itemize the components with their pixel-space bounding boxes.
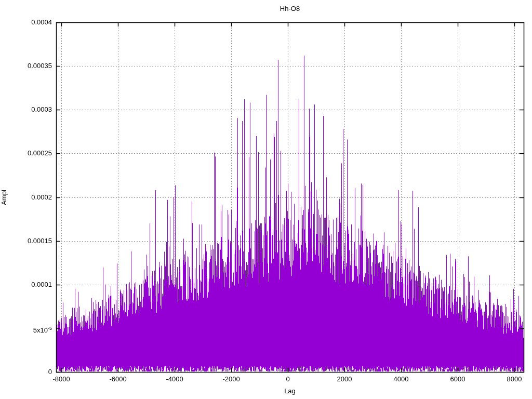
y-tick-label: 0.0001 (0, 281, 52, 289)
y-tick-label: 0.0004 (0, 18, 52, 26)
chart-title: Hh-O8 (56, 5, 524, 12)
y-tick-label: 0.00035 (0, 62, 52, 70)
y-tick-label: 0.0003 (0, 105, 52, 114)
x-tick-label: -4000 (151, 375, 198, 383)
x-tick-label: -2000 (208, 375, 255, 383)
x-tick-label: -8000 (38, 375, 85, 383)
x-tick-label: 8000 (491, 375, 532, 383)
x-tick-label: 4000 (378, 375, 424, 383)
y-tick-label: 0.00015 (0, 237, 52, 245)
x-tick-label: 0 (264, 375, 311, 383)
x-tick-label: -6000 (95, 375, 141, 383)
y-tick-label: 5x10-5 (0, 324, 52, 332)
y-tick-label: 0.0002 (0, 193, 52, 202)
x-tick-label: 2000 (321, 375, 368, 383)
plot-canvas (0, 0, 532, 399)
chart: Hh-O8 Ampl Lag 05x10-50.00010.000150.000… (0, 0, 532, 399)
x-axis-title: Lag (56, 387, 524, 395)
x-tick-label: 6000 (434, 375, 481, 383)
y-tick-label: 0.00025 (0, 149, 52, 157)
